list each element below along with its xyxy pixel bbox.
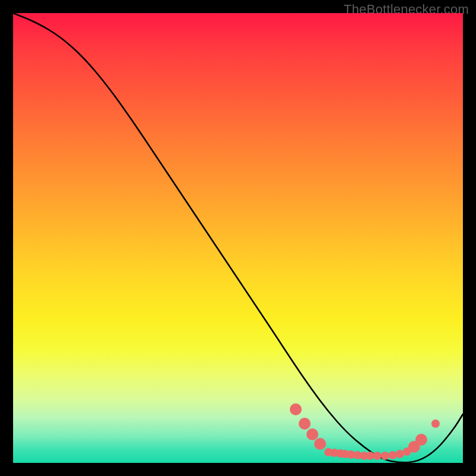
marker-dot xyxy=(396,450,404,458)
chart-stage: TheBottlenecker.com xyxy=(0,0,476,476)
marker-dot xyxy=(389,451,397,459)
marker-dot xyxy=(290,403,302,415)
series-curve xyxy=(13,13,463,462)
marker-dot xyxy=(415,434,427,446)
marker-dot xyxy=(314,438,326,450)
marker-dot xyxy=(306,428,318,440)
marker-dot xyxy=(373,452,381,460)
plot-area xyxy=(13,13,463,463)
marker-dot xyxy=(431,419,440,428)
marker-dot xyxy=(299,418,311,430)
curve-svg xyxy=(13,13,463,463)
series-markers xyxy=(290,403,440,460)
marker-dot xyxy=(381,452,389,460)
marker-dot xyxy=(366,452,374,460)
